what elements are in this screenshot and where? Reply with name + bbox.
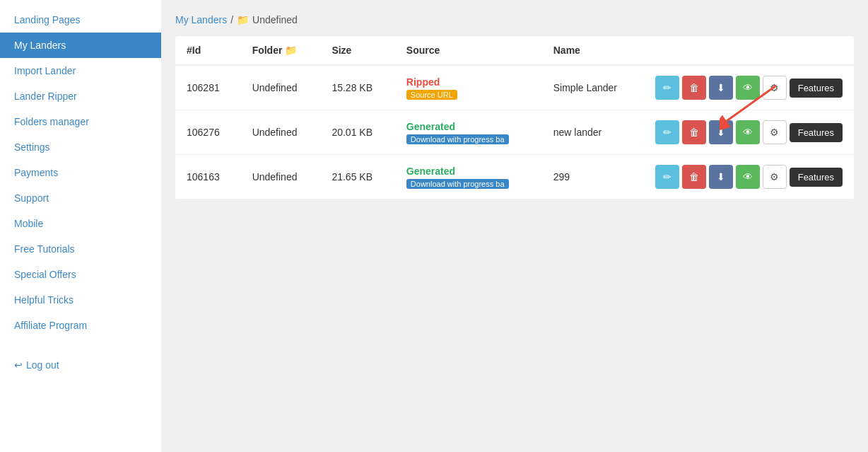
source-badge: Download with progress ba <box>406 179 509 189</box>
cell-name: Simple Lander <box>542 65 644 110</box>
folder-icon: 📁 <box>285 45 297 56</box>
logout-label: Log out <box>26 359 59 371</box>
sidebar-item-affiliate-program[interactable]: Affiliate Program <box>0 313 161 338</box>
sidebar-item-payments[interactable]: Payments <box>0 160 161 185</box>
sidebar-item-settings[interactable]: Settings <box>0 134 161 160</box>
cell-source: Generated Download with progress ba <box>395 110 542 155</box>
sidebar-item-support[interactable]: Support <box>0 185 161 211</box>
sidebar-item-special-offers[interactable]: Special Offers <box>0 262 161 287</box>
preview-button[interactable]: 👁 <box>736 120 760 144</box>
cell-source: Generated Download with progress ba <box>395 155 542 199</box>
landers-table: #Id Folder 📁 Size Source Name 106281 Und… <box>175 36 854 199</box>
logout-icon: ↩ <box>14 359 23 371</box>
source-badge: Download with progress ba <box>406 134 509 144</box>
cell-source: Ripped Source URL <box>395 65 542 110</box>
col-folder: Folder 📁 <box>241 36 321 65</box>
features-button[interactable]: Features <box>790 168 843 187</box>
edit-button[interactable]: ✏ <box>655 120 679 144</box>
cell-id: 106163 <box>175 155 241 199</box>
breadcrumb-parent[interactable]: My Landers <box>175 14 227 25</box>
cell-name: 299 <box>542 155 644 199</box>
sidebar-item-free-tutorials[interactable]: Free Tutorials <box>0 236 161 262</box>
preview-button[interactable]: 👁 <box>736 165 760 189</box>
cell-folder: Undefined <box>241 65 321 110</box>
sidebar-item-folders-manager[interactable]: Folders manager <box>0 109 161 134</box>
edit-button[interactable]: ✏ <box>655 76 679 100</box>
download-button[interactable]: ⬇ <box>709 120 733 144</box>
delete-button[interactable]: 🗑 <box>682 120 706 144</box>
cell-size: 15.28 KB <box>320 65 394 110</box>
sidebar: Landing Pages My Landers Import Lander L… <box>0 0 161 452</box>
logout-link[interactable]: ↩ Log out <box>0 352 161 378</box>
table-container: #Id Folder 📁 Size Source Name 106281 Und… <box>175 36 854 199</box>
gear-button[interactable]: ⚙ <box>763 76 787 100</box>
download-button[interactable]: ⬇ <box>709 76 733 100</box>
col-size: Size <box>320 36 394 65</box>
cell-name: new lander <box>542 110 644 155</box>
col-source: Source <box>395 36 542 65</box>
col-id: #Id <box>175 36 241 65</box>
col-name: Name <box>542 36 644 65</box>
breadcrumb-current: Undefined <box>252 14 298 25</box>
cell-actions: ✏ 🗑 ⬇ 👁 ⚙ Features <box>644 65 854 110</box>
cell-size: 20.01 KB <box>320 110 394 155</box>
cell-folder: Undefined <box>241 155 321 199</box>
delete-button[interactable]: 🗑 <box>682 165 706 189</box>
cell-id: 106276 <box>175 110 241 155</box>
gear-button[interactable]: ⚙ <box>763 165 787 189</box>
sidebar-item-import-lander[interactable]: Import Lander <box>0 58 161 83</box>
breadcrumb-separator: / <box>230 14 233 25</box>
col-actions <box>644 36 854 65</box>
sidebar-item-my-landers[interactable]: My Landers <box>0 33 161 58</box>
download-button[interactable]: ⬇ <box>709 165 733 189</box>
breadcrumb-folder-icon: 📁 <box>237 14 249 25</box>
cell-id: 106281 <box>175 65 241 110</box>
delete-button[interactable]: 🗑 <box>682 76 706 100</box>
preview-button[interactable]: 👁 <box>736 76 760 100</box>
cell-folder: Undefined <box>241 110 321 155</box>
source-type-label: Ripped <box>406 76 440 88</box>
table-row: 106276 Undefined 20.01 KB Generated Down… <box>175 110 854 155</box>
sidebar-item-landing-pages[interactable]: Landing Pages <box>0 7 161 33</box>
cell-size: 21.65 KB <box>320 155 394 199</box>
sidebar-item-helpful-tricks[interactable]: Helpful Tricks <box>0 287 161 313</box>
gear-button[interactable]: ⚙ <box>763 120 787 144</box>
features-button[interactable]: Features <box>790 123 843 142</box>
source-badge: Source URL <box>406 90 457 100</box>
table-row: 106281 Undefined 15.28 KB Ripped Source … <box>175 65 854 110</box>
sidebar-item-lander-ripper[interactable]: Lander Ripper <box>0 83 161 109</box>
cell-actions: ✏ 🗑 ⬇ 👁 ⚙ Features <box>644 110 854 155</box>
features-button[interactable]: Features <box>790 79 843 98</box>
source-type-label: Generated <box>406 166 455 177</box>
cell-actions: ✏ 🗑 ⬇ 👁 ⚙ Features <box>644 155 854 199</box>
breadcrumb: My Landers / 📁 Undefined <box>175 14 854 25</box>
table-header-row: #Id Folder 📁 Size Source Name <box>175 36 854 65</box>
edit-button[interactable]: ✏ <box>655 165 679 189</box>
table-row: 106163 Undefined 21.65 KB Generated Down… <box>175 155 854 199</box>
sidebar-item-mobile[interactable]: Mobile <box>0 211 161 236</box>
main-content: My Landers / 📁 Undefined #Id Folder 📁 Si… <box>161 0 868 452</box>
source-type-label: Generated <box>406 121 455 132</box>
